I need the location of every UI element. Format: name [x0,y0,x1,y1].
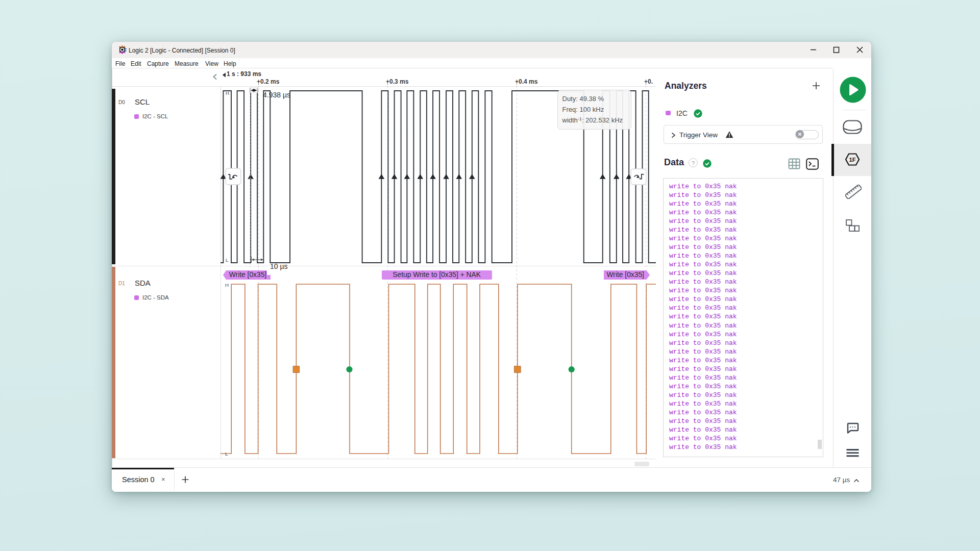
svg-text:L: L [225,451,228,457]
svg-text:4.938 µs: 4.938 µs [263,91,290,99]
svg-text:H: H [226,90,229,96]
svg-text:H: H [225,282,229,288]
svg-text:L: L [226,257,228,263]
svg-text:10 µs: 10 µs [270,262,288,270]
svg-text:1F: 1F [849,157,856,163]
